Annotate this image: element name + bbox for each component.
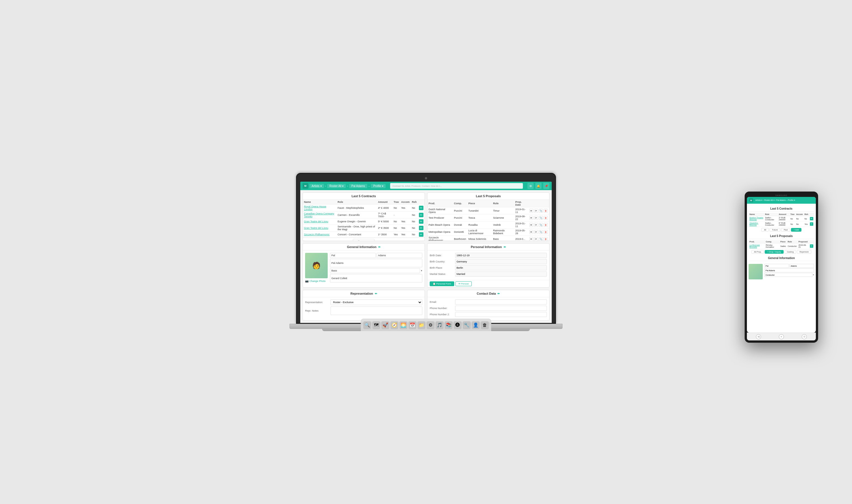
contract-name[interactable]: Royal Opera House London xyxy=(303,204,337,212)
nav-search-box[interactable]: Contract Nr, Artist, Producer, Contact. … xyxy=(390,183,523,189)
contract-edit[interactable]: ✏ xyxy=(418,224,424,232)
dock-settings-icon[interactable]: ⚙ xyxy=(427,321,434,323)
tablet-contracts-title: Last 5 Contracts xyxy=(749,205,814,212)
email-action-btn[interactable]: ✉ xyxy=(529,237,533,241)
contract-name[interactable]: Gran Teatre del Liceu xyxy=(303,224,337,232)
agent-input[interactable] xyxy=(330,274,422,283)
dock-launchpad-icon[interactable]: 🚀 xyxy=(381,321,389,323)
proposals-col-piece: Piece xyxy=(467,200,492,208)
tablet-casting-btn[interactable]: Casting xyxy=(784,250,796,254)
dock-trash-icon[interactable]: 🗑 xyxy=(481,321,489,323)
tablet-past-btn[interactable]: Past xyxy=(781,228,790,232)
tablet-add-btn[interactable]: + Add xyxy=(791,228,801,232)
attach-action-btn[interactable]: 📎 xyxy=(539,223,543,227)
proposal-role: Sciarrone xyxy=(492,214,514,221)
nav-pal[interactable]: Pal Adams xyxy=(349,184,367,188)
dock-music-icon[interactable]: 🎵 xyxy=(436,321,443,323)
tablet-full-input[interactable] xyxy=(764,268,814,272)
tablet-last-input[interactable] xyxy=(790,264,814,268)
personal-content: Birth Date: 1983-12-19 Birth Country: Ge… xyxy=(428,251,549,280)
email-action-btn[interactable]: ✉ xyxy=(529,216,533,220)
contract-edit[interactable]: ✏ xyxy=(418,219,424,224)
share-action-btn[interactable]: ⟳ xyxy=(534,237,538,241)
email-action-btn[interactable]: ✉ xyxy=(529,209,533,213)
share-action-btn[interactable]: ⟳ xyxy=(534,216,538,220)
tablet-first-input[interactable] xyxy=(764,264,789,268)
dock-profile-icon[interactable]: 👤 xyxy=(472,321,480,323)
nav-pin-btn[interactable]: 📌 xyxy=(543,183,549,189)
delete-action-btn[interactable]: 🗑 xyxy=(544,237,548,241)
contracts-footer: All Contracts xyxy=(303,238,424,241)
contracts-col-name: Name xyxy=(303,200,337,204)
attach-action-btn[interactable]: 📎 xyxy=(539,209,543,213)
tablet-recent-btn[interactable]: □ xyxy=(802,334,807,339)
all-contracts-btn[interactable]: All Contracts xyxy=(353,239,375,241)
contract-accom: Yes xyxy=(400,204,411,212)
delete-action-btn[interactable]: 🗑 xyxy=(544,230,548,234)
tablet-rep-btn[interactable]: Repertoire xyxy=(797,250,811,254)
full-name-input[interactable] xyxy=(330,259,422,267)
email-row: Email: xyxy=(430,300,547,305)
share-action-btn[interactable]: ⟳ xyxy=(534,223,538,227)
dock-calendar-icon[interactable]: 📅 xyxy=(409,321,416,323)
personal-edit-icon[interactable]: ✏ xyxy=(504,246,506,249)
tablet-future-btn[interactable]: Future xyxy=(769,228,780,232)
birth-date-row: Birth Date: 1983-12-19 xyxy=(430,253,547,258)
proposal-actions: ✉ ⟳ 📎 🗑 xyxy=(528,221,549,229)
contract-name[interactable]: Canadian Opera Company Toronto xyxy=(303,212,337,219)
dock-appstore-icon[interactable]: 🅐 xyxy=(454,321,461,323)
attach-action-btn[interactable]: 📎 xyxy=(539,237,543,241)
attach-action-btn[interactable]: 📎 xyxy=(539,216,543,220)
tablet-voice-input[interactable] xyxy=(764,273,813,277)
dock-files-icon[interactable]: 📁 xyxy=(418,321,425,323)
general-edit-icon[interactable]: ✏ xyxy=(378,246,381,249)
email-action-btn[interactable]: ✉ xyxy=(529,223,533,227)
rep-edit-icon[interactable]: ✏ xyxy=(375,292,377,295)
dock-photos-icon[interactable]: 🌅 xyxy=(399,321,407,323)
tablet-all-btn[interactable]: All xyxy=(761,228,769,232)
attach-action-btn[interactable]: 📎 xyxy=(539,230,543,234)
tablet-back-btn[interactable]: ◁ xyxy=(756,334,761,339)
nav-profile[interactable]: Profile ▾ xyxy=(371,184,386,188)
share-action-btn[interactable]: ⟳ xyxy=(534,230,538,234)
dock-books-icon[interactable]: 📚 xyxy=(445,321,453,323)
table-row: Gran Teatre del Liceu Eugene Onegin - Gr… xyxy=(303,219,424,224)
change-photo-btn[interactable]: 📷 Change Photo xyxy=(305,280,328,283)
dock-maps-icon[interactable]: 🗺 xyxy=(372,321,380,323)
proposal-date: 2019-05-28 xyxy=(514,229,528,236)
dock-finder-icon[interactable]: 🔍 xyxy=(363,321,371,323)
phone2-input[interactable] xyxy=(455,312,547,317)
personal-title: Personal Information ✏ xyxy=(428,244,549,251)
dock-sysprefs-icon[interactable]: 🔧 xyxy=(463,321,471,323)
share-action-btn[interactable]: ⟳ xyxy=(534,209,538,213)
tablet-drop-btn[interactable]: + Drop / Inquiry xyxy=(765,250,783,254)
nav-artists[interactable]: Artists ▾ xyxy=(309,184,324,188)
personal-form-btn[interactable]: 📋 Personal Form xyxy=(430,282,454,286)
contract-edit[interactable]: ✏ xyxy=(418,232,424,238)
nav-bell-btn[interactable]: 🔔 xyxy=(535,183,542,189)
rep-select[interactable]: Roster - Exclusive xyxy=(330,300,422,305)
contracts-table: Name Role Amount Trav Accom Reh xyxy=(303,200,424,238)
dock-safari-icon[interactable]: 🧭 xyxy=(391,321,398,323)
email-action-btn[interactable]: ✉ xyxy=(529,230,533,234)
contract-edit[interactable]: ✏ xyxy=(418,212,424,219)
personal-btn[interactable]: ✉ Persoal xyxy=(455,282,472,286)
contract-name[interactable]: Szczecin Philharmonic xyxy=(303,232,337,238)
contact-edit-icon[interactable]: ✏ xyxy=(497,292,500,295)
delete-action-btn[interactable]: 🗑 xyxy=(544,209,548,213)
voice-type-input[interactable] xyxy=(330,268,420,273)
delete-action-btn[interactable]: 🗑 xyxy=(544,223,548,227)
tablet-home-btn[interactable]: ○ xyxy=(779,334,784,339)
rep-notes-textarea[interactable] xyxy=(330,307,422,315)
phone-input[interactable] xyxy=(455,306,547,311)
last-name-input[interactable] xyxy=(377,253,422,258)
contract-name[interactable]: Gran Teatre del Liceu xyxy=(303,219,337,224)
first-name-input[interactable] xyxy=(330,253,376,258)
nav-settings-btn[interactable]: ⚙ xyxy=(527,183,533,189)
email-input[interactable] xyxy=(455,300,547,305)
delete-action-btn[interactable]: 🗑 xyxy=(544,216,548,220)
nav-roster[interactable]: Roster All ▾ xyxy=(327,184,346,188)
tablet-all-prop-btn[interactable]: All Prop. xyxy=(751,250,764,254)
edit-icon: ✏ xyxy=(419,232,423,237)
contract-edit[interactable]: ✏ xyxy=(418,204,424,212)
